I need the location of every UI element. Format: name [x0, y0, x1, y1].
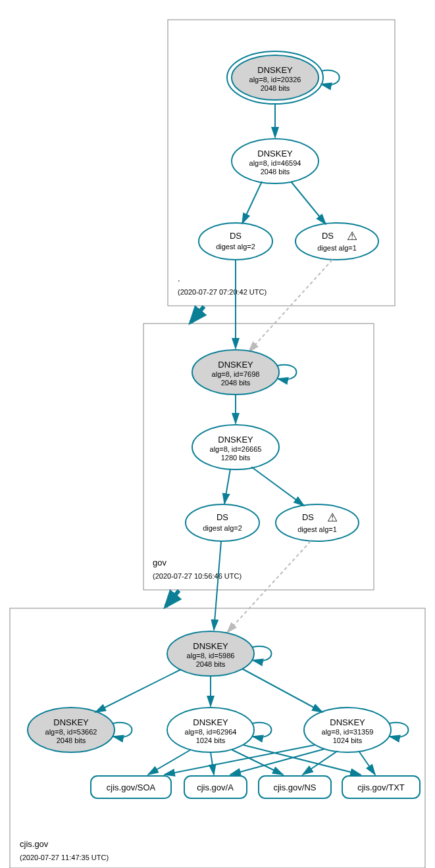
- edge-gov-zsk-ds2: [224, 469, 230, 504]
- svg-point-23: [186, 504, 259, 541]
- record-a: cjis.gov/A: [184, 776, 247, 798]
- svg-text:2048 bits: 2048 bits: [221, 379, 251, 387]
- node-cjis-k1: DNSKEY alg=8, id=53662 2048 bits: [28, 708, 115, 752]
- svg-text:DNSKEY: DNSKEY: [218, 360, 253, 370]
- svg-text:DS: DS: [230, 231, 242, 241]
- edge-k3-txt: [359, 751, 375, 775]
- svg-point-12: [295, 223, 378, 260]
- warning-icon: ⚠: [347, 229, 357, 243]
- svg-text:alg=8, id=26665: alg=8, id=26665: [210, 445, 262, 453]
- svg-text:DNSKEY: DNSKEY: [257, 65, 293, 75]
- zone-gov-ts: (2020-07-27 10:56:46 UTC): [153, 572, 242, 580]
- svg-text:alg=8, id=20326: alg=8, id=20326: [249, 76, 301, 84]
- svg-text:DS: DS: [217, 512, 228, 522]
- zone-cjis-name: cjis.gov: [20, 839, 49, 849]
- node-cjis-k2: DNSKEY alg=8, id=62964 1024 bits: [167, 708, 254, 752]
- self-loop-root-ksk: [321, 70, 340, 85]
- svg-text:1280 bits: 1280 bits: [221, 454, 251, 462]
- svg-text:DNSKEY: DNSKEY: [330, 717, 365, 727]
- self-loop-cjis-k3: [390, 723, 409, 737]
- svg-point-26: [276, 504, 359, 541]
- zone-edge-gov-cjis: [166, 591, 179, 606]
- node-cjis-k3: DNSKEY alg=8, id=31359 1024 bits: [304, 708, 391, 752]
- record-soa: cjis.gov/SOA: [91, 776, 171, 798]
- node-root-ds1: DS ⚠ digest alg=1: [295, 223, 378, 260]
- svg-text:digest alg=2: digest alg=2: [216, 243, 255, 251]
- svg-text:alg=8, id=31359: alg=8, id=31359: [322, 728, 374, 736]
- node-gov-zsk: DNSKEY alg=8, id=26665 1280 bits: [192, 425, 279, 470]
- edge-cjis-ksk-k3: [242, 669, 322, 712]
- svg-text:alg=8, id=7698: alg=8, id=7698: [212, 370, 260, 378]
- record-txt: cjis.gov/TXT: [342, 776, 420, 798]
- zone-edge-root-gov: [191, 306, 204, 322]
- node-root-zsk: DNSKEY alg=8, id=46594 2048 bits: [232, 139, 319, 183]
- svg-text:cjis.gov/SOA: cjis.gov/SOA: [107, 783, 156, 792]
- node-gov-ksk: DNSKEY alg=8, id=7698 2048 bits: [192, 350, 279, 395]
- svg-text:digest alg=1: digest alg=1: [317, 244, 357, 252]
- self-loop-cjis-k1: [113, 723, 132, 737]
- node-root-ksk: DNSKEY alg=8, id=20326 2048 bits: [227, 51, 323, 104]
- svg-text:DNSKEY: DNSKEY: [218, 435, 253, 445]
- svg-text:alg=8, id=62964: alg=8, id=62964: [185, 728, 237, 736]
- node-gov-ds1: DS ⚠ digest alg=1: [276, 504, 359, 541]
- node-gov-ds2: DS digest alg=2: [186, 504, 259, 541]
- edge-k2-a: [211, 752, 214, 775]
- svg-text:cjis.gov/NS: cjis.gov/NS: [273, 783, 316, 792]
- zone-root-ts: (2020-07-27 07:20:42 UTC): [178, 288, 267, 296]
- svg-point-9: [199, 223, 272, 260]
- edge-ds1-cjis-ksk: [227, 541, 311, 633]
- zone-gov-name: gov: [153, 558, 166, 567]
- svg-text:DS: DS: [302, 512, 314, 522]
- svg-text:digest alg=1: digest alg=1: [297, 525, 337, 533]
- svg-text:2048 bits: 2048 bits: [196, 660, 226, 668]
- dnssec-diagram: . (2020-07-27 07:20:42 UTC) gov (2020-07…: [0, 0, 435, 868]
- svg-text:DNSKEY: DNSKEY: [53, 717, 89, 727]
- edge-gov-zsk-ds1: [251, 467, 304, 506]
- zone-cjis-ts: (2020-07-27 11:47:35 UTC): [20, 854, 109, 861]
- self-loop-cjis-ksk: [253, 646, 272, 661]
- node-root-ds2: DS digest alg=2: [199, 223, 272, 260]
- edge-ds2-cjis-ksk: [214, 541, 221, 630]
- edge-k3-ns: [303, 751, 338, 775]
- svg-text:digest alg=2: digest alg=2: [203, 524, 242, 532]
- svg-text:alg=8, id=5986: alg=8, id=5986: [187, 652, 235, 660]
- svg-text:1024 bits: 1024 bits: [196, 736, 226, 744]
- svg-text:cjis.gov/A: cjis.gov/A: [197, 783, 234, 792]
- svg-text:DS: DS: [322, 231, 334, 241]
- svg-text:1024 bits: 1024 bits: [333, 736, 363, 744]
- edge-root-zsk-ds2: [242, 181, 262, 224]
- self-loop-cjis-k2: [253, 723, 272, 737]
- svg-text:2048 bits: 2048 bits: [261, 84, 290, 92]
- zone-root-name: .: [178, 274, 180, 283]
- svg-text:cjis.gov/TXT: cjis.gov/TXT: [357, 783, 405, 792]
- edge-k3-soa: [165, 745, 315, 775]
- svg-text:DNSKEY: DNSKEY: [257, 149, 293, 158]
- warning-icon: ⚠: [327, 511, 338, 524]
- record-ns: cjis.gov/NS: [259, 776, 331, 798]
- svg-text:2048 bits: 2048 bits: [261, 168, 290, 176]
- svg-text:alg=8, id=53662: alg=8, id=53662: [45, 728, 97, 736]
- svg-text:2048 bits: 2048 bits: [57, 736, 86, 744]
- svg-text:DNSKEY: DNSKEY: [193, 717, 228, 727]
- self-loop-gov-ksk: [278, 365, 297, 379]
- svg-text:alg=8, id=46594: alg=8, id=46594: [249, 159, 301, 167]
- edge-cjis-ksk-k1: [95, 669, 181, 712]
- svg-text:DNSKEY: DNSKEY: [193, 641, 228, 651]
- edge-root-zsk-ds1: [291, 181, 326, 224]
